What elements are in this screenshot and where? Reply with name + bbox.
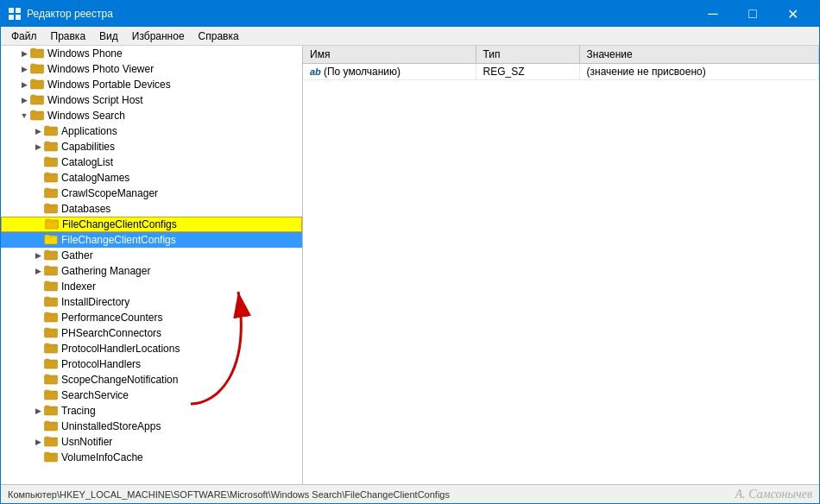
expand-icon: ▶: [18, 62, 30, 76]
expand-icon: [32, 186, 44, 200]
titlebar: Редактор реестра ─ □ ✕: [1, 1, 819, 27]
expand-icon: [32, 450, 44, 464]
expand-icon: ▶: [32, 140, 44, 154]
folder-icon: [44, 171, 58, 186]
folder-icon: [44, 280, 58, 294]
main-content: ▶ Windows Phone▶ Windows Photo Viewer▶ W…: [1, 46, 819, 484]
tree-item-windows-portable-devices[interactable]: ▶ Windows Portable Devices: [1, 77, 302, 92]
tree-item-label: Tracing: [61, 405, 96, 417]
app-icon: [8, 7, 22, 21]
folder-icon: [30, 109, 44, 123]
tree-item-label: Applications: [61, 125, 117, 137]
tree-item-label: CatalogList: [61, 156, 113, 168]
tree-item-crawlscopemanager[interactable]: CrawlScopeManager: [1, 186, 302, 201]
tree-item-installdirectory[interactable]: InstallDirectory: [1, 294, 302, 310]
menu-favorites[interactable]: Избранное: [125, 28, 192, 44]
expand-icon: [32, 419, 44, 433]
status-path: Компьютер\HKEY_LOCAL_MACHINE\SOFTWARE\Mi…: [8, 489, 450, 500]
registry-tree-panel: ▶ Windows Phone▶ Windows Photo Viewer▶ W…: [1, 46, 303, 484]
tree-item-indexer[interactable]: Indexer: [1, 279, 302, 294]
maximize-button[interactable]: □: [733, 1, 773, 27]
expand-icon: [32, 155, 44, 169]
tree-item-label: UninstalledStoreApps: [61, 420, 161, 432]
menu-view[interactable]: Вид: [92, 28, 125, 44]
statusbar: Компьютер\HKEY_LOCAL_MACHINE\SOFTWARE\Mi…: [1, 484, 819, 503]
cell-name: ab (По умолчанию): [303, 64, 476, 80]
tree-item-filechangeclientconfigs-1[interactable]: FileChangeClientConfigs: [1, 217, 302, 232]
expand-icon: ▶: [18, 93, 30, 107]
tree-item-applications[interactable]: ▶ Applications: [1, 123, 302, 139]
tree-item-filechangeclientconfigs-2[interactable]: FileChangeClientConfigs: [1, 232, 302, 248]
window-controls: ─ □ ✕: [693, 1, 812, 27]
tree-item-gathering-manager[interactable]: ▶ Gathering Manager: [1, 263, 302, 279]
folder-icon: [44, 373, 58, 387]
tree-item-catalognames[interactable]: CatalogNames: [1, 170, 302, 186]
tree-item-windows-search[interactable]: ▼ Windows Search: [1, 108, 302, 123]
folder-icon: [44, 155, 58, 170]
tree-item-label: Capabilities: [61, 141, 115, 153]
menubar: Файл Правка Вид Избранное Справка: [1, 27, 819, 46]
expand-icon: [33, 217, 45, 231]
folder-icon: [30, 78, 44, 92]
table-row[interactable]: ab (По умолчанию)REG_SZ(значение не прис…: [303, 64, 819, 80]
close-button[interactable]: ✕: [773, 1, 812, 27]
tree-item-gather[interactable]: ▶ Gather: [1, 248, 302, 263]
expand-icon: ▶: [32, 124, 44, 138]
tree-item-windows-photo-viewer[interactable]: ▶ Windows Photo Viewer: [1, 61, 302, 77]
minimize-button[interactable]: ─: [693, 1, 733, 27]
tree-item-label: ProtocolHandlers: [61, 358, 141, 370]
tree-item-scopechangenotification[interactable]: ScopeChangeNotification: [1, 372, 302, 387]
tree-item-label: Windows Search: [47, 110, 125, 122]
tree-item-label: InstallDirectory: [61, 296, 129, 308]
tree-item-tracing[interactable]: ▶ Tracing: [1, 403, 302, 419]
tree-item-windows-script-host[interactable]: ▶ Windows Script Host: [1, 92, 302, 108]
tree-item-protocolhandlers[interactable]: ProtocolHandlers: [1, 356, 302, 372]
tree-item-label: Windows Photo Viewer: [47, 63, 154, 75]
folder-icon: [44, 264, 58, 279]
tree-item-label: FileChangeClientConfigs: [61, 234, 176, 246]
tree-item-usnnotifier[interactable]: ▶ UsnNotifier: [1, 434, 302, 450]
expand-icon: ▶: [32, 249, 44, 262]
registry-values-panel: Имя Тип Значение ab (По умолчанию)REG_SZ…: [303, 46, 819, 484]
folder-icon: [44, 295, 58, 310]
tree-container[interactable]: ▶ Windows Phone▶ Windows Photo Viewer▶ W…: [1, 46, 302, 484]
folder-icon: [44, 326, 58, 341]
menu-file[interactable]: Файл: [4, 28, 44, 44]
svg-rect-3: [16, 15, 21, 20]
name-value: (По умолчанию): [324, 66, 401, 78]
folder-icon: [30, 93, 44, 108]
expand-icon: [32, 342, 44, 356]
folder-icon: [44, 124, 58, 139]
tree-item-label: SearchService: [61, 389, 129, 401]
tree-item-label: CatalogNames: [61, 172, 129, 184]
folder-icon: [44, 435, 58, 450]
tree-item-protocolhandlerlocations[interactable]: ProtocolHandlerLocations: [1, 341, 302, 356]
tree-item-windows-phone[interactable]: ▶ Windows Phone: [1, 46, 302, 61]
menu-help[interactable]: Справка: [192, 28, 246, 44]
tree-item-label: CrawlScopeManager: [61, 187, 158, 199]
tree-item-performancecounters[interactable]: PerformanceCounters: [1, 310, 302, 325]
folder-icon: [44, 419, 58, 434]
folder-icon: [44, 140, 58, 154]
expand-icon: [32, 311, 44, 324]
tree-item-uninstalledstoreapps[interactable]: UninstalledStoreApps: [1, 419, 302, 434]
tree-item-label: Windows Script Host: [47, 94, 143, 106]
col-name: Имя: [303, 46, 476, 64]
expand-icon: ▶: [32, 404, 44, 418]
tree-item-capabilities[interactable]: ▶ Capabilities: [1, 139, 302, 154]
tree-item-label: UsnNotifier: [61, 436, 112, 448]
svg-rect-2: [9, 15, 14, 20]
expand-icon: [32, 202, 44, 216]
tree-item-phsearchconnectors[interactable]: PHSearchConnectors: [1, 325, 302, 341]
tree-item-databases[interactable]: Databases: [1, 201, 302, 217]
folder-icon: [30, 47, 44, 61]
menu-edit[interactable]: Правка: [44, 28, 93, 44]
tree-item-volumeinfocache[interactable]: VolumeInfoCache: [1, 450, 302, 465]
tree-item-searchservice[interactable]: SearchService: [1, 387, 302, 403]
tree-item-label: Gathering Manager: [61, 265, 150, 277]
tree-item-label: PerformanceCounters: [61, 312, 162, 324]
tree-item-cataloglist[interactable]: CatalogList: [1, 154, 302, 170]
svg-rect-1: [16, 8, 21, 13]
expand-icon: [32, 326, 44, 340]
tree-item-label: Windows Portable Devices: [47, 79, 171, 91]
